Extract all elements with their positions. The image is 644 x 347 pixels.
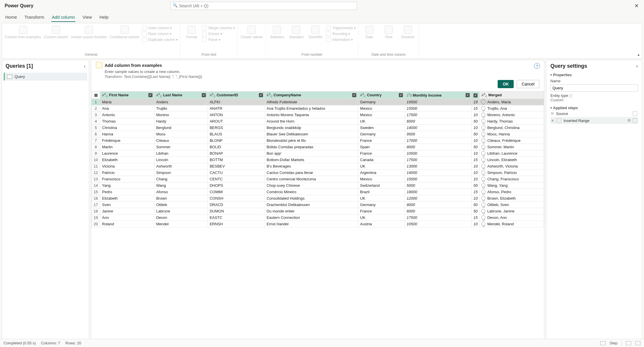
table-row[interactable]: 19AnnDevonEASTCEastern ConnectionUK17500… <box>92 214 544 221</box>
column-header-monthly-income[interactable]: 123 Monthly Income✓ <box>405 92 471 99</box>
column-header-country[interactable]: ABC Country✓ <box>358 92 405 99</box>
column-header-first-name[interactable]: ABC First Name✓ <box>100 92 155 99</box>
ok-button[interactable]: OK <box>498 80 514 88</box>
ribbon-rank-column[interactable]: Rank column ▾ <box>142 32 178 36</box>
column-header-companyname[interactable]: ABC CompanyName✓ <box>265 92 358 99</box>
merged-cell[interactable]: Ashworth, Victoria <box>480 163 544 169</box>
merged-cell[interactable]: Sommer, Martin <box>480 144 544 150</box>
table-row[interactable]: 3AntonioMorenoANTONAntonio Moreno Taquer… <box>92 111 544 118</box>
tab-view[interactable]: View <box>82 13 92 22</box>
tab-help[interactable]: Help <box>99 13 109 22</box>
ribbon-time[interactable]: Time <box>380 25 397 40</box>
column-checkbox[interactable]: ✓ <box>352 93 356 97</box>
search-input[interactable] <box>171 2 357 10</box>
ribbon-parse[interactable]: Parse ▾ <box>202 37 235 42</box>
table-row[interactable]: 10ElizabethLincolnBOTTMBottom-Dollar Mar… <box>92 156 544 163</box>
diagram-view-icon[interactable] <box>600 341 606 345</box>
table-row[interactable]: 7FrédériqueCiteauxBLONPBlondesddsl pére … <box>92 137 544 144</box>
table-row[interactable]: 2AnaTrujilloANATRAna Trujillo Emaredados… <box>92 105 544 111</box>
ribbon-custom-column[interactable]: Custom column <box>43 25 69 40</box>
column-header-last-name[interactable]: ABC Last Name✓ <box>154 92 208 99</box>
table-row[interactable]: 11VictoriaAshworthBESBEVB's BeveragesUK1… <box>92 163 544 169</box>
table-row[interactable]: 16ElizabethBrownCONSHConsolidated Holdin… <box>92 195 544 201</box>
tab-home[interactable]: Home <box>5 13 17 22</box>
merged-cell[interactable]: Citeaux, Frédérique <box>480 137 544 144</box>
table-row[interactable]: 20RolandMendelERNSHErnst HandelAustria10… <box>92 221 544 227</box>
column-checkbox[interactable]: ✓ <box>148 93 152 97</box>
merged-cell[interactable]: Devon, Ann <box>480 214 544 221</box>
ribbon-extract[interactable]: Extract ▾ <box>202 32 235 36</box>
table-row[interactable]: 4ThomasHardyAROUTAround the HornUK600050… <box>92 118 544 124</box>
merged-cell[interactable]: Afonso, Pedro <box>480 189 544 195</box>
merged-cell[interactable]: Labrune, Janine <box>480 208 544 214</box>
ribbon-duplicate-column[interactable]: Duplicate column ▾ <box>142 37 178 42</box>
collapse-queries-icon[interactable]: ‹ <box>84 64 85 69</box>
merged-cell[interactable]: Hardy, Thomas <box>480 118 544 124</box>
cancel-button[interactable]: Cancel <box>517 80 539 88</box>
table-row[interactable]: 12PatricioSimpsonCACTUCactus Comidas par… <box>92 169 544 176</box>
column-checkbox[interactable]: ✓ <box>466 93 470 97</box>
collapse-settings-icon[interactable]: › <box>636 63 638 69</box>
merged-cell[interactable]: Trujillo, Ana <box>480 105 544 111</box>
merged-cell[interactable]: Moos, Hanna <box>480 131 544 137</box>
table-row[interactable]: 1MariaAndersALFKIAlfreds FutterkisteGerm… <box>92 99 544 105</box>
merged-cell[interactable]: Mendel, Roland <box>480 221 544 227</box>
ribbon-rounding[interactable]: Rounding ▾ <box>326 32 356 36</box>
table-row[interactable]: 6HannaMoosBLAUSBlauer See DelikatessenGe… <box>92 131 544 137</box>
table-row[interactable]: 9LaurenceLibihanBONAPBon app'France10500… <box>92 150 544 156</box>
column-checkbox[interactable]: ✓ <box>259 93 263 97</box>
ribbon-column-from-examples[interactable]: Column from examples <box>4 25 41 40</box>
merged-cell[interactable]: Berglund, Christina <box>480 124 544 131</box>
ribbon-index-column[interactable]: Index column ▾ <box>142 26 178 30</box>
ribbon-scientific[interactable]: Scientific <box>307 25 324 40</box>
merged-cell[interactable]: Lincoln, Elizabeth <box>480 156 544 163</box>
ribbon-cluster-values[interactable]: Cluster values <box>240 25 263 40</box>
step-source[interactable]: fx Source <box>550 110 638 117</box>
data-grid[interactable]: ▦ABC First Name✓ABC Last Name✓ABC Custom… <box>91 91 544 227</box>
merged-cell[interactable]: Libihan, Laurence <box>480 150 544 156</box>
schema-view-icon[interactable] <box>635 341 641 345</box>
tab-transform[interactable]: Transform <box>24 13 45 22</box>
table-row[interactable]: 18JanineLabruneDUMONDu monde entierFranc… <box>92 208 544 214</box>
ribbon-invoke-custom-function[interactable]: Invoke custom function <box>71 25 108 40</box>
ribbon-duration[interactable]: Duration <box>399 25 417 40</box>
gear-icon[interactable]: ⚙ <box>627 118 631 123</box>
ribbon-conditional-column[interactable]: Conditional column <box>109 25 140 40</box>
ribbon-statistics[interactable]: Statistics <box>268 25 286 40</box>
table-row[interactable]: 5ChristinaBerglundBERGSBerglunds snabbkö… <box>92 124 544 131</box>
global-search[interactable]: 🔍 <box>171 2 357 10</box>
merged-cell[interactable]: Moreno, Antonio <box>480 111 544 118</box>
select-all-corner[interactable]: ▦ <box>92 92 100 99</box>
merged-cell[interactable]: Wang, Yang <box>480 182 544 189</box>
merged-cell[interactable]: Ottlieb, Sven <box>480 201 544 208</box>
query-name-input[interactable] <box>550 84 638 92</box>
step-settings-icon[interactable] <box>633 118 637 123</box>
table-row[interactable]: 8MartinSommerBOLIDBólido Comidas prepara… <box>92 144 544 150</box>
step-inserted-range[interactable]: ✕ Inserted Range ⚙ <box>550 117 638 124</box>
delete-step-icon[interactable]: ✕ <box>551 118 554 123</box>
merged-cell[interactable]: Anders, Maria <box>480 99 544 105</box>
column-header-customerid[interactable]: ABC CustomerID✓ <box>208 92 265 99</box>
help-icon[interactable]: ? <box>534 63 540 69</box>
table-row[interactable]: 17SvenOttliebDRACDDrachenblut Delikatess… <box>92 201 544 208</box>
query-item[interactable]: Query <box>4 73 87 81</box>
merged-cell[interactable]: Chang, Franscisco <box>480 176 544 182</box>
step-settings-icon[interactable] <box>633 111 637 116</box>
column-header-merged[interactable]: ABC Merged <box>480 92 544 99</box>
close-button[interactable]: ✕ <box>631 3 642 9</box>
table-row[interactable]: 15PedroAfonsoCOMMIComércio MineiroBrazil… <box>92 189 544 195</box>
ribbon-format[interactable]: Format <box>183 25 200 40</box>
ribbon-trigonometry[interactable]: Trigonometry ▾ <box>326 26 356 30</box>
table-row[interactable]: 14YangWangDHOPSChop-suey ChineseSwitzerl… <box>92 182 544 189</box>
column-checkbox[interactable]: ✓ <box>202 93 206 97</box>
column-header-partial[interactable]: ✓ <box>471 92 479 99</box>
ribbon-information[interactable]: Information ▾ <box>326 37 356 42</box>
ribbon-date[interactable]: Date <box>361 25 378 40</box>
tab-add-column[interactable]: Add column <box>51 13 76 22</box>
ribbon-standard[interactable]: Standard <box>287 25 305 40</box>
merged-cell[interactable]: Simpson, Patricio <box>480 169 544 176</box>
table-row[interactable]: 13FransciscoChangCENTCCentro comercial M… <box>92 176 544 182</box>
info-icon[interactable]: i <box>569 94 572 98</box>
ribbon-collapse-icon[interactable]: ▴ <box>638 52 640 57</box>
grid-view-icon[interactable] <box>626 341 631 345</box>
